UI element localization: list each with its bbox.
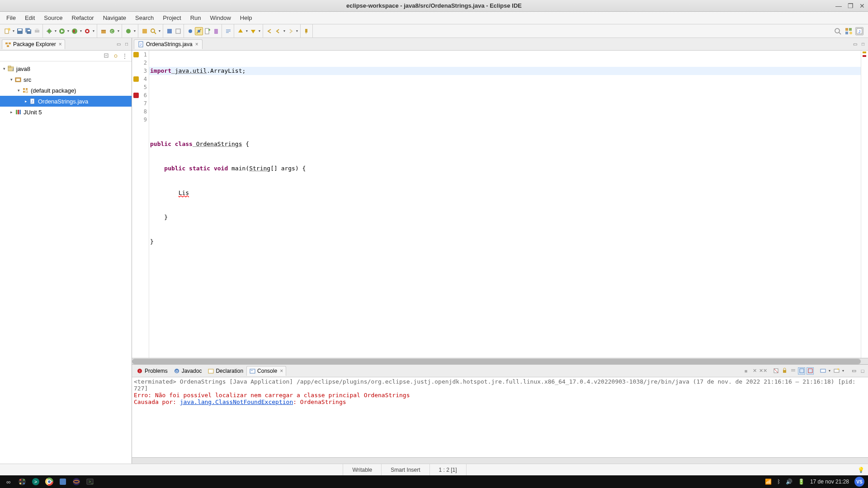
maximize-button[interactable]: ❐ bbox=[846, 2, 854, 10]
menu-refactor[interactable]: Refactor bbox=[67, 13, 99, 23]
error-marker-icon[interactable] bbox=[133, 93, 139, 98]
search-icon[interactable] bbox=[149, 27, 157, 35]
collapse-all-icon[interactable] bbox=[104, 53, 110, 59]
search-dropdown-icon[interactable]: ▼ bbox=[158, 29, 161, 33]
battery-icon[interactable]: 🔋 bbox=[798, 479, 805, 485]
close-icon[interactable]: × bbox=[280, 368, 283, 374]
menu-project[interactable]: Project bbox=[158, 13, 185, 23]
status-insert-mode[interactable]: Smart Insert bbox=[381, 464, 429, 475]
wifi-icon[interactable]: 📶 bbox=[765, 479, 772, 485]
display-selected-console-icon[interactable] bbox=[819, 367, 826, 375]
console-tab[interactable]: Console × bbox=[246, 366, 286, 376]
view-menu-icon[interactable]: ⋮ bbox=[122, 53, 128, 59]
infinity-icon[interactable]: ∞ bbox=[4, 477, 14, 487]
close-icon[interactable]: × bbox=[59, 41, 62, 47]
console-stacktrace-link[interactable]: java.lang.ClassNotFoundException bbox=[180, 399, 293, 405]
new-class-dropdown-icon[interactable]: ▼ bbox=[117, 29, 120, 33]
print-icon[interactable] bbox=[33, 27, 41, 35]
open-console-dd-icon[interactable]: ▼ bbox=[841, 369, 845, 372]
tree-src[interactable]: ▾ src bbox=[0, 74, 132, 85]
forward-dd-icon[interactable]: ▼ bbox=[295, 29, 299, 33]
minimize-editor-icon[interactable]: ▭ bbox=[852, 41, 858, 47]
menu-run[interactable]: Run bbox=[186, 13, 206, 23]
coverage-icon[interactable] bbox=[71, 27, 79, 35]
chevron-down-icon[interactable]: ▾ bbox=[8, 77, 14, 82]
prev-annotation-icon[interactable] bbox=[249, 27, 257, 35]
package-explorer-tab[interactable]: Package Explorer × bbox=[2, 39, 65, 49]
last-edit-icon[interactable] bbox=[265, 27, 274, 35]
tree-junit[interactable]: ▸ JUnit 5 bbox=[0, 107, 132, 117]
pin-editor-icon[interactable] bbox=[303, 27, 311, 35]
new-dropdown-icon[interactable]: ▼ bbox=[12, 29, 15, 33]
menu-window[interactable]: Window bbox=[206, 13, 236, 23]
remove-all-icon[interactable]: ✕✕ bbox=[760, 367, 767, 375]
toggle-mark-icon[interactable] bbox=[165, 27, 174, 35]
show-console-on-out-icon[interactable] bbox=[798, 367, 805, 375]
line-number-gutter[interactable]: 1 2 3 4 5 6 7 8 9 bbox=[140, 51, 149, 358]
status-writable[interactable]: Writable bbox=[343, 464, 381, 475]
tip-icon[interactable]: 💡 bbox=[858, 467, 864, 473]
debug-dropdown-icon[interactable]: ▼ bbox=[54, 29, 57, 33]
chrome-icon[interactable] bbox=[44, 477, 54, 487]
terminal-app-icon[interactable]: > bbox=[31, 477, 41, 487]
prev-annotation-dd-icon[interactable]: ▼ bbox=[258, 29, 261, 33]
open-type-dropdown-icon[interactable]: ▼ bbox=[133, 29, 137, 33]
menu-search[interactable]: Search bbox=[131, 13, 158, 23]
close-icon[interactable]: × bbox=[195, 41, 198, 47]
open-type-icon[interactable] bbox=[124, 27, 132, 35]
java-perspective-icon[interactable]: J bbox=[855, 27, 863, 35]
clear-console-icon[interactable] bbox=[772, 367, 779, 375]
declaration-tab[interactable]: Declaration bbox=[205, 366, 246, 376]
console-output[interactable]: <terminated> OrdenaStrings [Java Applica… bbox=[132, 377, 868, 457]
paste-icon[interactable] bbox=[212, 27, 220, 35]
new-class-icon[interactable]: C bbox=[108, 27, 116, 35]
next-annotation-dd-icon[interactable]: ▼ bbox=[245, 29, 249, 33]
console-horizontal-scrollbar[interactable] bbox=[132, 457, 868, 464]
problems-tab[interactable]: ! Problems bbox=[134, 366, 171, 376]
display-dd-icon[interactable]: ▼ bbox=[828, 369, 831, 372]
minimize-view-icon[interactable]: ▭ bbox=[850, 367, 858, 375]
link-editor-icon[interactable] bbox=[113, 53, 119, 59]
overview-ruler[interactable] bbox=[861, 51, 868, 358]
minimize-button[interactable]: — bbox=[835, 2, 843, 10]
menu-edit[interactable]: Edit bbox=[20, 13, 39, 23]
user-avatar[interactable]: VS bbox=[854, 477, 864, 487]
tree-file[interactable]: ▸ J OrdenaStrings.java bbox=[0, 96, 132, 107]
menu-source[interactable]: Source bbox=[39, 13, 67, 23]
scroll-lock-icon[interactable] bbox=[781, 367, 788, 375]
word-wrap-console-icon[interactable] bbox=[789, 367, 797, 375]
clock[interactable]: 17 de nov 21:28 bbox=[810, 479, 849, 485]
tree-project[interactable]: ▾ J java8 bbox=[0, 63, 132, 74]
run-last-dropdown-icon[interactable]: ▼ bbox=[92, 29, 95, 33]
toggle-block-icon[interactable] bbox=[174, 27, 182, 35]
toggle-word-wrap-icon[interactable] bbox=[224, 27, 232, 35]
tree-package[interactable]: ▾ (default package) bbox=[0, 85, 132, 96]
menu-file[interactable]: File bbox=[2, 13, 20, 23]
code-content[interactable]: import java.util.ArrayList; public class… bbox=[149, 51, 861, 358]
terminal-icon[interactable]: >_ bbox=[85, 477, 95, 487]
project-tree[interactable]: ▾ J java8 ▾ src ▾ (default package) ▸ J … bbox=[0, 61, 132, 119]
run-last-icon[interactable] bbox=[83, 27, 91, 35]
remove-launch-icon[interactable]: ✕ bbox=[751, 367, 758, 375]
files-icon[interactable] bbox=[58, 477, 68, 487]
marker-gutter[interactable] bbox=[132, 51, 140, 358]
warning-marker-icon[interactable] bbox=[133, 76, 139, 82]
open-perspective-icon[interactable] bbox=[844, 27, 853, 35]
new-package-icon[interactable] bbox=[99, 27, 108, 35]
error-marker-icon[interactable] bbox=[863, 55, 866, 57]
back-dd-icon[interactable]: ▼ bbox=[283, 29, 286, 33]
open-console-icon[interactable] bbox=[833, 367, 840, 375]
maximize-editor-icon[interactable]: □ bbox=[860, 41, 866, 47]
terminate-icon[interactable]: ■ bbox=[742, 367, 750, 375]
code-editor[interactable]: 1 2 3 4 5 6 7 8 9 import java.util.Array… bbox=[132, 51, 868, 358]
save-all-icon[interactable] bbox=[24, 27, 33, 35]
bluetooth-icon[interactable]: ᛒ bbox=[777, 479, 780, 485]
status-cursor-position[interactable]: 1 : 2 [1] bbox=[429, 464, 466, 475]
editor-horizontal-scrollbar[interactable] bbox=[132, 358, 868, 364]
back-icon[interactable] bbox=[274, 27, 282, 35]
close-button[interactable]: ✕ bbox=[858, 2, 866, 10]
maximize-view-icon[interactable]: □ bbox=[859, 367, 866, 375]
new-java-icon[interactable] bbox=[203, 27, 212, 35]
volume-icon[interactable]: 🔊 bbox=[786, 479, 793, 485]
show-console-on-err-icon[interactable] bbox=[807, 367, 814, 375]
